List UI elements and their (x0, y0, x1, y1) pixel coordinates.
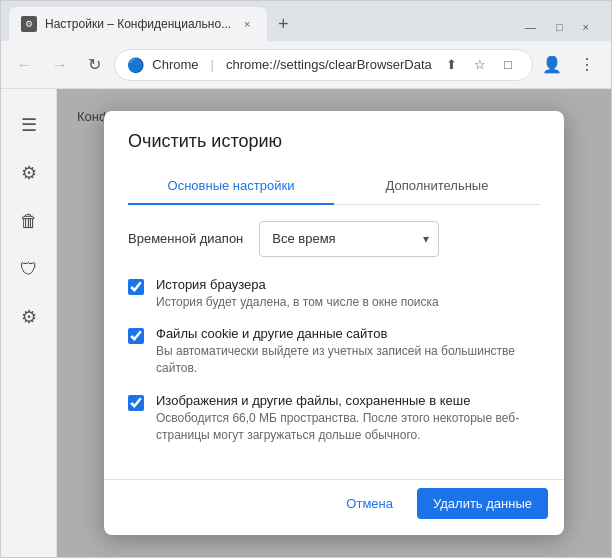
address-bar[interactable]: 🔵 Chrome | chrome://settings/clearBrowse… (114, 49, 533, 81)
checkbox-cookies-title: Файлы cookie и другие данные сайтов (156, 326, 540, 341)
checkbox-cache-desc: Освободится 66,0 МБ пространства. После … (156, 410, 540, 444)
address-url: chrome://settings/clearBrowserData (226, 57, 432, 72)
window-maximize-button[interactable]: □ (550, 19, 569, 35)
menu-button[interactable]: ⋮ (572, 49, 603, 81)
sidebar-settings-item[interactable]: ⚙ (9, 153, 49, 193)
address-separator: | (211, 57, 214, 72)
tab-advanced[interactable]: Дополнительные (334, 168, 540, 205)
share-button[interactable]: ⬆ (440, 53, 464, 77)
checkbox-item-cache: Изображения и другие файлы, сохраненные … (128, 393, 540, 444)
sidebar-search-item[interactable]: ⚙ (9, 297, 49, 337)
checkbox-cache-wrapper[interactable] (128, 395, 144, 415)
dialog-footer: Отмена Удалить данные (104, 479, 564, 535)
site-info-icon[interactable]: 🔵 (127, 57, 144, 73)
page-content: ☰ ⚙ 🗑 🛡 ⚙ Конф... Очистить историю Осн (1, 89, 611, 557)
window-controls: — □ × (511, 19, 603, 35)
checkbox-cookies-content: Файлы cookie и другие данные сайтов Вы а… (156, 326, 540, 377)
toolbar: ← → ↻ 🔵 Chrome | chrome://settings/clear… (1, 41, 611, 89)
tab-title: Настройки – Конфиденциально... (45, 17, 231, 31)
profile-button[interactable]: 👤 (537, 49, 568, 81)
checkbox-item-history: История браузера История будет удалена, … (128, 277, 540, 311)
checkbox-cache-content: Изображения и другие файлы, сохраненные … (156, 393, 540, 444)
tab-close-button[interactable]: × (239, 16, 255, 32)
delete-button[interactable]: Удалить данные (417, 488, 548, 519)
main-area: Конф... Очистить историю Основные настро… (57, 89, 611, 557)
sidebar-privacy-item[interactable]: 🛡 (9, 249, 49, 289)
sidebar-menu-button[interactable]: ☰ (9, 105, 49, 145)
sidebar: ☰ ⚙ 🗑 🛡 ⚙ (1, 89, 57, 557)
checkbox-history[interactable] (128, 279, 144, 295)
time-range-label: Временной диапон (128, 231, 243, 246)
reload-button[interactable]: ↻ (79, 49, 110, 81)
dialog-title: Очистить историю (128, 131, 540, 152)
checkbox-history-wrapper[interactable] (128, 279, 144, 299)
back-button[interactable]: ← (9, 49, 40, 81)
tab-bar: ⚙ Настройки – Конфиденциально... × + — □… (1, 1, 611, 41)
active-tab[interactable]: ⚙ Настройки – Конфиденциально... × (9, 7, 267, 41)
forward-button[interactable]: → (44, 49, 75, 81)
dialog-header: Очистить историю Основные настройки Допо… (104, 111, 564, 205)
checkbox-cache-title: Изображения и другие файлы, сохраненные … (156, 393, 540, 408)
tab-favicon: ⚙ (21, 16, 37, 32)
dialog-body: Временной диапон Все время За последний … (104, 205, 564, 476)
time-range-select-wrapper[interactable]: Все время За последний час За последние … (259, 221, 439, 257)
address-site-label: Chrome (152, 57, 198, 72)
address-actions: ⬆ ☆ □ (440, 53, 520, 77)
checkbox-item-cookies: Файлы cookie и другие данные сайтов Вы а… (128, 326, 540, 377)
window-close-button[interactable]: × (577, 19, 595, 35)
checkbox-cookies-wrapper[interactable] (128, 328, 144, 348)
checkbox-history-desc: История будет удалена, в том числе в окн… (156, 294, 540, 311)
time-range-select[interactable]: Все время За последний час За последние … (259, 221, 439, 257)
window-minimize-button[interactable]: — (519, 19, 542, 35)
checkbox-history-content: История браузера История будет удалена, … (156, 277, 540, 311)
sidebar-delete-item[interactable]: 🗑 (9, 201, 49, 241)
checkbox-cookies[interactable] (128, 328, 144, 344)
dialog-overlay: Очистить историю Основные настройки Допо… (57, 89, 611, 557)
dialog-tabs: Основные настройки Дополнительные (128, 168, 540, 205)
checkbox-cookies-desc: Вы автоматически выйдете из учетных запи… (156, 343, 540, 377)
clear-history-dialog: Очистить историю Основные настройки Допо… (104, 111, 564, 536)
extension-button[interactable]: □ (496, 53, 520, 77)
checkbox-history-title: История браузера (156, 277, 540, 292)
time-range-row: Временной диапон Все время За последний … (128, 221, 540, 257)
cancel-button[interactable]: Отмена (330, 488, 409, 519)
checkbox-cache[interactable] (128, 395, 144, 411)
browser-frame: ⚙ Настройки – Конфиденциально... × + — □… (0, 0, 612, 558)
bookmark-button[interactable]: ☆ (468, 53, 492, 77)
new-tab-button[interactable]: + (269, 10, 297, 38)
tab-basic[interactable]: Основные настройки (128, 168, 334, 205)
